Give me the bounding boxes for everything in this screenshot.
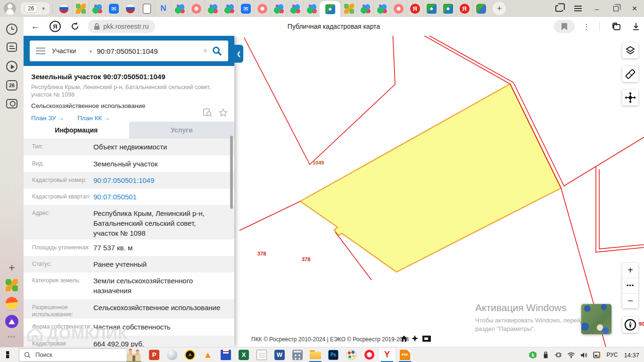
browser-tab[interactable]: ✉: [105, 0, 122, 17]
star-icon[interactable]: [219, 108, 228, 117]
browser-menu-button[interactable]: [569, 0, 587, 17]
antivirus-tray-icon[interactable]: k: [528, 351, 537, 359]
alice-icon[interactable]: [0, 315, 24, 328]
browser-tab[interactable]: ◆: [439, 0, 456, 17]
overview-map-icon[interactable]: [422, 336, 431, 342]
browser-tab[interactable]: [171, 0, 188, 17]
pdf-taskbar-button[interactable]: PDF: [396, 347, 414, 362]
browser-tab[interactable]: [472, 0, 489, 17]
usb-tray-icon[interactable]: [541, 351, 550, 359]
search-category-select[interactable]: Участки: [52, 47, 76, 55]
browser-tab[interactable]: [56, 0, 72, 17]
browser-tab[interactable]: [390, 0, 406, 17]
side-panel-button[interactable]: [608, 18, 624, 34]
browser-tab[interactable]: [303, 0, 320, 17]
extent-button[interactable]: [622, 90, 638, 106]
games-icon[interactable]: [0, 279, 24, 291]
overview-minimap[interactable]: [581, 304, 611, 334]
doc-search-icon[interactable]: [203, 108, 212, 117]
volume-tray-icon[interactable]: [579, 351, 588, 359]
browser-tab[interactable]: [221, 0, 237, 17]
row-value-link[interactable]: 90:07:050501:1049: [93, 172, 221, 189]
start-button[interactable]: [0, 347, 19, 362]
compass-button[interactable]: [622, 317, 638, 333]
paint-taskbar-button[interactable]: [342, 347, 360, 362]
add-icon[interactable]: +: [0, 261, 24, 274]
restore-button[interactable]: [606, 0, 625, 17]
browser-tab[interactable]: [287, 0, 303, 17]
hamburger-menu-icon[interactable]: [36, 48, 45, 54]
browser-tab[interactable]: ◆: [423, 0, 439, 17]
sphere-taskbar-button[interactable]: [163, 347, 181, 362]
target-icon[interactable]: [412, 335, 418, 342]
explorer-taskbar-button[interactable]: [306, 347, 324, 362]
browser-tab[interactable]: [373, 0, 390, 17]
browser-tab[interactable]: [270, 0, 287, 17]
browser-tab[interactable]: [204, 0, 221, 17]
opera-taskbar-button[interactable]: [360, 347, 378, 362]
close-button[interactable]: ×: [625, 0, 644, 17]
yandex-taskbar-button[interactable]: Y: [378, 347, 396, 362]
clear-search-icon[interactable]: ×: [203, 47, 207, 55]
tab-panels-icon[interactable]: [550, 0, 569, 17]
address-bar[interactable]: pkk.rosreestr.ru: [88, 20, 155, 33]
map-area[interactable]: 10491049122137837890 Активация Windows Ч…: [24, 36, 644, 347]
refresh-button[interactable]: [67, 18, 83, 34]
tab-information[interactable]: Информация: [24, 122, 129, 139]
plan-zu-link[interactable]: План ЗУ →: [31, 115, 64, 122]
floppy-taskbar-button[interactable]: [217, 347, 235, 362]
search-icon[interactable]: [212, 46, 222, 56]
tab-count-badge[interactable]: 26: [0, 80, 24, 90]
language-indicator[interactable]: РУС: [606, 352, 618, 358]
browser-tab[interactable]: [122, 0, 138, 17]
extensions-menu-button[interactable]: ⋮: [578, 18, 594, 34]
back-button[interactable]: ←: [27, 18, 43, 34]
browser-tab[interactable]: [254, 0, 270, 17]
browser-tab[interactable]: [188, 0, 204, 17]
calc-taskbar-button[interactable]: [289, 347, 306, 362]
vlc-taskbar-button[interactable]: ▲: [199, 347, 217, 362]
action-center-tray-icon[interactable]: [592, 351, 601, 359]
row-value-link[interactable]: 90:07:050501: [93, 189, 221, 205]
excel-taskbar-button[interactable]: X: [235, 347, 253, 362]
profile-avatar[interactable]: [4, 2, 16, 15]
mail-icon[interactable]: [0, 297, 24, 309]
plan-kk-link[interactable]: План КК →: [77, 115, 110, 122]
browser-tab[interactable]: Я: [406, 0, 423, 17]
chevron-down-icon[interactable]: ▼: [88, 49, 93, 54]
feed-icon[interactable]: [0, 42, 24, 52]
browser-tab[interactable]: [89, 0, 105, 17]
word-taskbar-button[interactable]: W: [271, 347, 289, 362]
browser-tab[interactable]: Я: [456, 0, 472, 17]
measure-button[interactable]: [622, 66, 638, 82]
taskbar-clock[interactable]: 14:37: [624, 352, 639, 359]
avg-taskbar-button[interactable]: A: [181, 347, 199, 362]
zoom-in-button[interactable]: +: [622, 263, 638, 278]
screenshot-icon[interactable]: [0, 99, 24, 108]
powerpoint-taskbar-button[interactable]: P: [145, 347, 163, 362]
photoshop-taskbar-button[interactable]: Ps: [324, 347, 342, 362]
browser-tab[interactable]: ✉: [237, 0, 254, 17]
video-icon[interactable]: [0, 61, 24, 72]
home-icon[interactable]: [401, 336, 407, 342]
minimize-button[interactable]: –: [587, 0, 606, 17]
collapse-panel-button[interactable]: ❮: [234, 45, 243, 63]
zoom-options-button[interactable]: •••: [622, 278, 638, 293]
zoom-out-button[interactable]: −: [622, 293, 638, 308]
browser-tab[interactable]: [138, 0, 155, 17]
browser-tab[interactable]: [357, 0, 373, 17]
tab-services[interactable]: Услуги: [129, 122, 235, 139]
panel-scrollbar[interactable]: [230, 136, 233, 209]
browser-tab-active[interactable]: ◆: [320, 1, 340, 17]
yandex-home-button[interactable]: Я: [47, 18, 63, 34]
new-tab-button[interactable]: +: [493, 2, 506, 15]
plug-tray-icon[interactable]: [554, 351, 562, 359]
weather-widget-icon[interactable]: [125, 348, 142, 362]
browser-tab[interactable]: [340, 0, 357, 17]
downloads-button[interactable]: [628, 18, 644, 34]
wifi-tray-icon[interactable]: [567, 351, 575, 359]
bookmark-button[interactable]: [554, 20, 575, 33]
more-icon[interactable]: •••: [0, 334, 24, 339]
browser-tab[interactable]: [72, 0, 89, 17]
notepad-taskbar-button[interactable]: [253, 347, 271, 362]
